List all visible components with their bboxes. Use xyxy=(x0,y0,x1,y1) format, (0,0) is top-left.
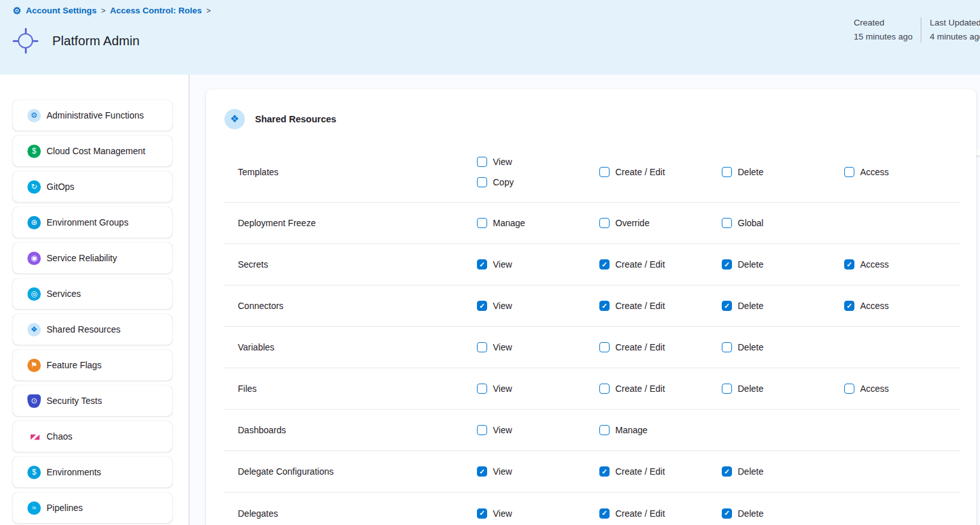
permission-deployment-freeze-override[interactable]: Override xyxy=(599,218,722,228)
checkbox-unchecked-icon[interactable] xyxy=(599,218,610,228)
permission-delegate-configurations-create-edit[interactable]: ✓Create / Edit xyxy=(599,466,722,477)
permission-deployment-freeze-manage[interactable]: Manage xyxy=(477,218,599,228)
sidebar-item-environment-groups[interactable]: ⊛Environment Groups xyxy=(13,207,172,238)
resource-label: Variables xyxy=(238,342,477,352)
sidebar-item-services[interactable]: ◎Services xyxy=(13,278,172,309)
sidebar-item-gitops[interactable]: ↻GitOps xyxy=(13,171,172,202)
sidebar-item-environments[interactable]: $Environments xyxy=(13,457,172,487)
sidebar-item-administrative-functions[interactable]: ⚙Administrative Functions xyxy=(13,100,172,131)
permission-cell: Create / Edit xyxy=(599,342,722,352)
checkbox-checked-icon[interactable]: ✓ xyxy=(722,259,732,270)
resource-label: Delegate Configurations xyxy=(238,466,477,477)
checkbox-checked-icon[interactable]: ✓ xyxy=(844,301,854,311)
checkbox-unchecked-icon[interactable] xyxy=(477,384,487,394)
checkbox-unchecked-icon[interactable] xyxy=(477,425,487,435)
permission-cell: Create / Edit xyxy=(599,384,722,394)
checkbox-unchecked-icon[interactable] xyxy=(722,384,732,394)
permission-cell: ✓View xyxy=(477,301,599,311)
checkbox-unchecked-icon[interactable] xyxy=(844,167,854,177)
permission-secrets-view[interactable]: ✓View xyxy=(477,259,599,270)
permission-label: Create / Edit xyxy=(615,384,665,394)
permission-delegates-create-edit[interactable]: ✓Create / Edit xyxy=(599,508,722,519)
checkbox-unchecked-icon[interactable] xyxy=(477,177,487,187)
checkbox-checked-icon[interactable]: ✓ xyxy=(722,301,732,311)
permission-label: Copy xyxy=(493,177,514,187)
permission-label: Manage xyxy=(493,218,525,228)
sidebar-item-service-reliability[interactable]: ◉Service Reliability xyxy=(13,243,172,273)
checkbox-checked-icon[interactable]: ✓ xyxy=(599,301,610,311)
permission-cell: Create / Edit xyxy=(599,167,722,177)
sidebar-item-feature-flags[interactable]: ⚑Feature Flags xyxy=(13,350,172,380)
shared-resources-card: ❖ Shared Resources TemplatesViewCopyCrea… xyxy=(206,89,976,525)
checkbox-unchecked-icon[interactable] xyxy=(722,218,732,228)
permission-connectors-delete[interactable]: ✓Delete xyxy=(722,301,844,311)
checkbox-checked-icon[interactable]: ✓ xyxy=(477,259,487,270)
permission-delegates-delete[interactable]: ✓Delete xyxy=(722,508,844,519)
checkbox-checked-icon[interactable]: ✓ xyxy=(844,259,854,270)
checkbox-unchecked-icon[interactable] xyxy=(722,167,732,177)
checkbox-unchecked-icon[interactable] xyxy=(844,384,854,394)
checkbox-unchecked-icon[interactable] xyxy=(599,342,610,352)
checkbox-unchecked-icon[interactable] xyxy=(477,157,487,167)
sidebar-item-security-tests[interactable]: ⊙Security Tests xyxy=(13,385,172,416)
permission-cell: ✓Create / Edit xyxy=(599,259,722,270)
pipelines-icon: ≈ xyxy=(27,501,41,515)
permission-delegates-view[interactable]: ✓View xyxy=(477,508,599,519)
feature-flags-icon: ⚑ xyxy=(27,359,41,372)
permission-files-create-edit[interactable]: Create / Edit xyxy=(599,384,722,394)
permission-templates-copy[interactable]: Copy xyxy=(477,177,599,187)
permission-templates-delete[interactable]: Delete xyxy=(722,167,844,177)
permission-connectors-create-edit[interactable]: ✓Create / Edit xyxy=(599,301,722,311)
checkbox-unchecked-icon[interactable] xyxy=(477,218,487,228)
sidebar-item-shared-resources[interactable]: ❖Shared Resources xyxy=(13,314,172,345)
permission-variables-view[interactable]: View xyxy=(477,342,599,352)
checkbox-checked-icon[interactable]: ✓ xyxy=(477,301,487,311)
checkbox-checked-icon[interactable]: ✓ xyxy=(599,259,610,270)
permission-variables-create-edit[interactable]: Create / Edit xyxy=(599,342,722,352)
permission-label: Create / Edit xyxy=(615,301,665,311)
permission-variables-delete[interactable]: Delete xyxy=(722,342,844,352)
permission-secrets-create-edit[interactable]: ✓Create / Edit xyxy=(599,259,722,270)
breadcrumb-account-settings[interactable]: Account Settings xyxy=(26,6,96,15)
permission-secrets-access[interactable]: ✓Access xyxy=(844,259,960,270)
permission-row-files: FilesViewCreate / EditDeleteAccess xyxy=(224,368,960,410)
permission-files-delete[interactable]: Delete xyxy=(722,384,844,394)
permission-connectors-access[interactable]: ✓Access xyxy=(844,301,960,311)
checkbox-checked-icon[interactable]: ✓ xyxy=(599,466,610,477)
permission-templates-access[interactable]: Access xyxy=(844,167,960,177)
environment-groups-icon: ⊛ xyxy=(27,216,41,229)
sidebar-item-cloud-cost-management[interactable]: $Cloud Cost Management xyxy=(13,136,172,166)
permission-delegate-configurations-delete[interactable]: ✓Delete xyxy=(722,466,844,477)
checkbox-checked-icon[interactable]: ✓ xyxy=(599,508,610,519)
permission-files-view[interactable]: View xyxy=(477,384,599,394)
permission-connectors-view[interactable]: ✓View xyxy=(477,301,599,311)
permission-templates-view[interactable]: View xyxy=(477,157,599,167)
checkbox-unchecked-icon[interactable] xyxy=(477,342,487,352)
checkbox-unchecked-icon[interactable] xyxy=(599,167,610,177)
checkbox-checked-icon[interactable]: ✓ xyxy=(722,466,732,477)
sidebar-item-pipelines[interactable]: ≈Pipelines xyxy=(13,493,172,523)
permission-label: View xyxy=(493,508,512,519)
permission-label: Access xyxy=(860,301,889,311)
gear-icon: ⚙ xyxy=(27,109,41,122)
permission-deployment-freeze-global[interactable]: Global xyxy=(722,218,844,228)
permission-templates-create-edit[interactable]: Create / Edit xyxy=(599,167,722,177)
sidebar-item-label: Services xyxy=(47,289,81,299)
sidebar-item-chaos[interactable]: ◤◢Chaos xyxy=(13,421,172,452)
checkbox-unchecked-icon[interactable] xyxy=(599,384,610,394)
permission-label: Create / Edit xyxy=(615,466,665,477)
checkbox-checked-icon[interactable]: ✓ xyxy=(477,508,487,519)
permission-dashboards-view[interactable]: View xyxy=(477,425,599,435)
breadcrumb-access-control-roles[interactable]: Access Control: Roles xyxy=(110,6,201,15)
checkbox-unchecked-icon[interactable] xyxy=(599,425,610,435)
sidebar-item-label: Security Tests xyxy=(47,396,102,406)
permission-files-access[interactable]: Access xyxy=(844,384,960,394)
permission-delegate-configurations-view[interactable]: ✓View xyxy=(477,466,599,477)
permission-secrets-delete[interactable]: ✓Delete xyxy=(722,259,844,270)
checkbox-checked-icon[interactable]: ✓ xyxy=(477,466,487,477)
permission-dashboards-manage[interactable]: Manage xyxy=(599,425,722,435)
breadcrumb-separator: > xyxy=(207,6,211,15)
checkbox-checked-icon[interactable]: ✓ xyxy=(722,508,732,519)
permission-row-secrets: Secrets✓View✓Create / Edit✓Delete✓Access xyxy=(224,244,960,285)
checkbox-unchecked-icon[interactable] xyxy=(722,342,732,352)
